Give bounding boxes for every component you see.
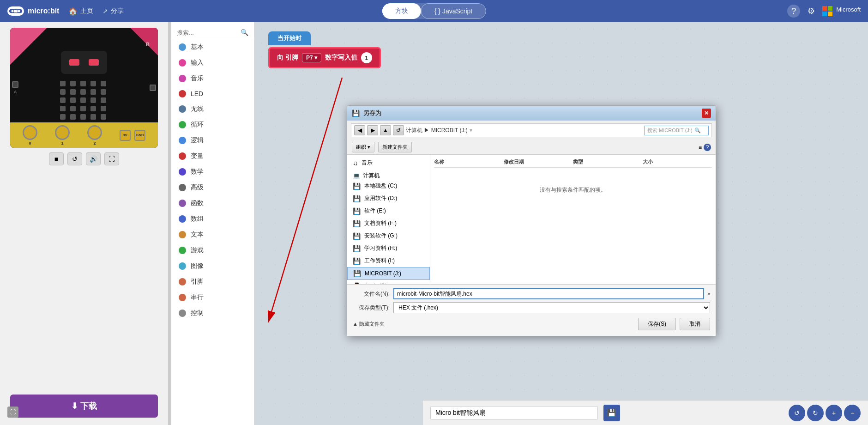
search-input[interactable]	[177, 29, 238, 36]
block-label: 高级	[191, 183, 204, 192]
device-eye-right	[89, 59, 99, 66]
view-icon[interactable]: ≡	[699, 144, 702, 151]
hide-folders-btn[interactable]: ▲ 隐藏文件夹	[353, 321, 385, 328]
col-size: 大小	[643, 158, 712, 165]
code-block-body[interactable]: 向 引脚 P7 ▾ 数字写入值 1	[268, 47, 381, 68]
redo-btn[interactable]: ↻	[807, 405, 824, 421]
dialog-close-btn[interactable]: ✕	[702, 109, 711, 118]
logo-area[interactable]: micro:bit	[7, 6, 59, 16]
block-item-循环[interactable]: 循环	[171, 117, 254, 133]
block-item-逻辑[interactable]: 逻辑	[171, 133, 254, 148]
block-item-函数[interactable]: 函数	[171, 195, 254, 211]
svg-point-1	[12, 10, 14, 12]
fullscreen-btn[interactable]: ⛶	[104, 152, 119, 165]
toolbar-left: 组织 ▾ 新建文件夹	[352, 142, 412, 152]
code-area[interactable]: 当开始时 向 引脚 P7 ▾ 数字写入值 1	[254, 22, 868, 425]
dialog-title-text: 另存为	[363, 109, 381, 117]
nav-item-icon: ♫	[353, 159, 358, 167]
nav-item-label: 工作资料 (I:)	[364, 257, 395, 265]
block-label: 串行	[191, 293, 204, 302]
block-item-串行[interactable]: 串行	[171, 290, 254, 305]
nav-item-7[interactable]: 💾 学习资料 (H:)	[347, 242, 430, 255]
filename-row: 文件名(N): ▾	[353, 288, 710, 299]
nav-item-6[interactable]: 💾 安装软件 (G:)	[347, 230, 430, 242]
back-btn[interactable]: ◀	[354, 125, 365, 135]
block-dot	[179, 105, 186, 113]
home-label: 主页	[80, 7, 93, 15]
block-item-引脚[interactable]: 引脚	[171, 274, 254, 290]
block-item-输入[interactable]: 输入	[171, 55, 254, 71]
block-item-游戏[interactable]: 游戏	[171, 243, 254, 258]
nav-item-8[interactable]: 💾 工作资料 (I:)	[347, 255, 430, 267]
restart-btn[interactable]: ↺	[67, 152, 82, 165]
nav-item-label: 文档资料 (F:)	[364, 219, 397, 227]
block-dot	[179, 90, 186, 97]
download-button[interactable]: ⬇ 下载	[10, 395, 158, 418]
topnav-center: 方块 { } JavaScript	[382, 3, 486, 19]
block-label: 数学	[191, 168, 204, 176]
save-dialog: 💾 另存为 ✕ ◀ ▶ ▲ ↺ 计算机 ▶ MICROBIT (J:) ▾ 搜索…	[347, 105, 716, 336]
nav-item-4[interactable]: 💾 软件 (E:)	[347, 205, 430, 217]
code-block-start[interactable]: 当开始时	[268, 31, 311, 45]
block-item-LED[interactable]: LED	[171, 86, 254, 101]
decor-tr	[130, 28, 158, 55]
filename-dropdown[interactable]: ▾	[708, 291, 710, 297]
block-item-图像[interactable]: 图像	[171, 258, 254, 274]
block-item-控制[interactable]: 控制	[171, 305, 254, 321]
nav-item-10[interactable]: 📱 Apple iPhone	[347, 280, 430, 284]
help-button[interactable]: ?	[787, 5, 800, 18]
nav-item-label: 学习资料 (H:)	[364, 244, 397, 252]
tab-javascript[interactable]: { } JavaScript	[421, 3, 486, 19]
pin-selector[interactable]: P7 ▾	[302, 53, 321, 62]
filetype-select[interactable]: HEX 文件 (.hex)	[393, 302, 710, 313]
stop-btn[interactable]: ■	[49, 152, 64, 165]
tab-switcher: 方块 { } JavaScript	[382, 3, 486, 19]
nav-item-3[interactable]: 💾 应用软件 (D:)	[347, 192, 430, 205]
audio-btn[interactable]: 🔊	[86, 152, 101, 165]
bottom-left-icon[interactable]: ⛶	[7, 407, 18, 418]
block-item-数学[interactable]: 数学	[171, 164, 254, 180]
zoom-in-btn[interactable]: +	[826, 405, 842, 421]
nav-item-0[interactable]: ♫ 音乐	[347, 157, 430, 169]
organize-btn[interactable]: 组织 ▾	[352, 142, 374, 152]
zoom-out-btn[interactable]: −	[844, 405, 861, 421]
block-dot	[179, 121, 186, 128]
block-item-高级[interactable]: 高级	[171, 180, 254, 195]
refresh-btn[interactable]: ↺	[393, 125, 404, 135]
dialog-search-box[interactable]: 搜索 MICROBIT (J:) 🔍	[644, 126, 709, 135]
nav-item-9[interactable]: 💾 MICROBIT (J:)	[347, 267, 430, 280]
save-button[interactable]: 保存(S)	[638, 318, 676, 330]
block-item-数组[interactable]: 数组	[171, 211, 254, 227]
undo-btn[interactable]: ↺	[789, 405, 805, 421]
block-label: 引脚	[191, 278, 204, 286]
share-nav[interactable]: ↗ 分享	[102, 7, 124, 15]
block-item-基本[interactable]: 基本	[171, 39, 254, 55]
up-btn[interactable]: ▲	[380, 125, 391, 135]
code-block-pin: 向 引脚 P7 ▾ 数字写入值 1	[268, 47, 381, 68]
dialog-toolbar: 组织 ▾ 新建文件夹 ≡ ?	[347, 140, 716, 155]
block-item-文本[interactable]: 文本	[171, 227, 254, 243]
tab-blocks[interactable]: 方块	[382, 3, 421, 19]
controls-row: ■ ↺ 🔊 ⛶	[49, 152, 119, 165]
breadcrumb-arrow: ▾	[470, 127, 472, 134]
project-name-input[interactable]	[430, 406, 598, 420]
cancel-button[interactable]: 取消	[680, 318, 710, 330]
dialog-title-left: 💾 另存为	[352, 109, 381, 117]
nav-item-5[interactable]: 💾 文档资料 (F:)	[347, 217, 430, 230]
help-dialog-icon[interactable]: ?	[704, 144, 711, 151]
new-folder-btn[interactable]: 新建文件夹	[378, 142, 412, 152]
filename-input[interactable]	[393, 288, 704, 299]
block-item-变量[interactable]: 变量	[171, 148, 254, 164]
action-btns: 保存(S) 取消	[638, 318, 710, 330]
block-item-音乐[interactable]: 音乐	[171, 71, 254, 86]
project-save-icon[interactable]: 💾	[603, 405, 620, 421]
forward-btn[interactable]: ▶	[367, 125, 378, 135]
settings-button[interactable]: ⚙	[808, 6, 815, 16]
nav-item-2[interactable]: 💾 本地磁盘 (C:)	[347, 180, 430, 192]
device-label-b: B	[146, 42, 150, 47]
microbit-logo	[7, 6, 24, 16]
dialog-file-area: 名称 修改日期 类型 大小 没有与搜索条件匹配的项。	[430, 155, 716, 284]
home-nav[interactable]: 🏠 主页	[68, 7, 93, 16]
microsoft-logo[interactable]: Microsoft	[822, 6, 861, 16]
block-item-无线[interactable]: 无线	[171, 101, 254, 117]
